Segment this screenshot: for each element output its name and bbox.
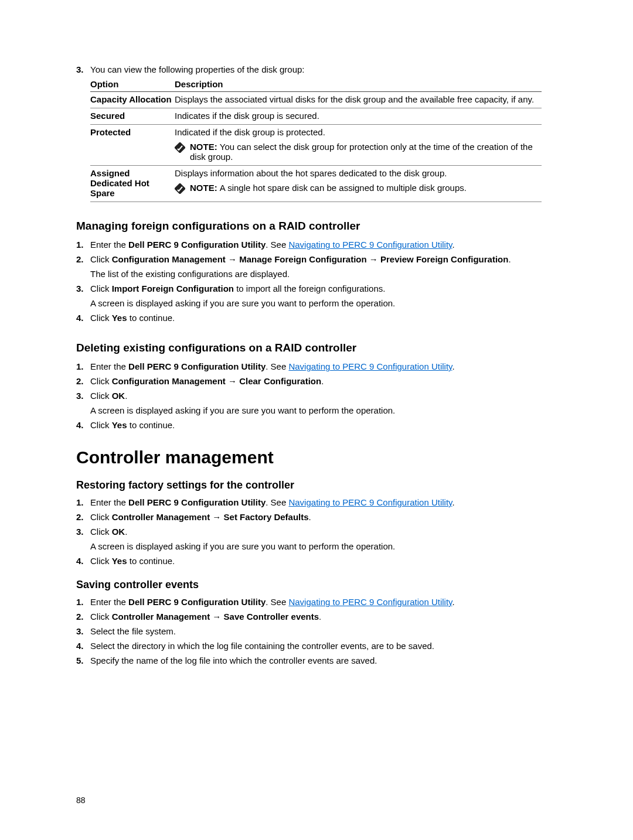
- step-number: 4.: [76, 419, 84, 431]
- t: .: [508, 254, 511, 264]
- t: Click: [90, 313, 112, 323]
- t: Yes: [112, 420, 127, 430]
- step-number: 3.: [76, 64, 84, 74]
- heading-saving-events: Saving controller events: [76, 579, 557, 591]
- t: →: [210, 612, 223, 622]
- steps-managing: 1.Enter the Dell PERC 9 Configuration Ut…: [76, 238, 557, 324]
- list-item: 3.Click OK. A screen is displayed asking…: [76, 390, 557, 416]
- list-item: 4.Click Yes to continue.: [76, 419, 557, 431]
- step-number: 1.: [76, 596, 84, 608]
- t: Enter the: [90, 240, 128, 250]
- link-navigating-perc9[interactable]: Navigating to PERC 9 Configuration Utili…: [288, 497, 452, 507]
- table-row: Protected Indicated if the disk group is…: [90, 125, 542, 166]
- page-number: 88: [76, 795, 86, 805]
- step-number: 2.: [76, 511, 84, 523]
- t: Set Factory Defaults: [224, 512, 309, 522]
- list-item: 2.Click Configuration Management → Clear…: [76, 375, 557, 387]
- hot-spare-desc-text: Displays information about the hot spare…: [175, 168, 447, 178]
- t: Preview Foreign Configuration: [380, 254, 508, 264]
- step-number: 1.: [76, 360, 84, 373]
- t: to import all the foreign configurations…: [234, 284, 385, 293]
- t: Dell PERC 9 Configuration Utility: [128, 497, 266, 507]
- t: . See: [266, 597, 288, 607]
- desc-protected: Indicated if the disk group is protected…: [175, 125, 542, 166]
- t: Configuration Management: [112, 376, 226, 386]
- note-icon: [175, 183, 185, 194]
- t: Click: [90, 284, 112, 293]
- option-secured: Secured: [90, 108, 175, 125]
- desc-dedicated-hot-spare: Displays information about the hot spare…: [175, 166, 542, 202]
- steps-deleting: 1.Enter the Dell PERC 9 Configuration Ut…: [76, 360, 557, 431]
- note-body: A single hot spare disk can be assigned …: [220, 183, 467, 193]
- step-number: 3.: [76, 525, 84, 538]
- t: OK: [112, 391, 125, 401]
- intro-step: 3. You can view the following properties…: [76, 64, 557, 202]
- list-item: 1.Enter the Dell PERC 9 Configuration Ut…: [76, 360, 557, 373]
- col-description: Description: [175, 77, 542, 92]
- t: Yes: [112, 313, 127, 323]
- t: Click: [90, 420, 112, 430]
- properties-table: Option Description Capacity Allocation D…: [90, 77, 542, 202]
- t: .: [125, 527, 127, 537]
- svg-marker-0: [175, 142, 185, 153]
- step-number: 4.: [76, 640, 84, 652]
- step-number: 3.: [76, 625, 84, 637]
- step-number: 3.: [76, 390, 84, 402]
- t: .: [321, 376, 324, 386]
- t: Click: [90, 391, 112, 401]
- table-row: Capacity Allocation Displays the associa…: [90, 92, 542, 108]
- t: .: [452, 361, 454, 371]
- note-prefix: NOTE:: [190, 142, 220, 152]
- t: Select the file system.: [90, 626, 176, 636]
- t: to continue.: [127, 313, 175, 323]
- t: Select the directory in which the log fi…: [90, 641, 434, 651]
- step-number: 2.: [76, 253, 84, 265]
- option-protected: Protected: [90, 125, 175, 166]
- note-text: NOTE: You can select the disk group for …: [190, 142, 539, 162]
- list-item: 4.Select the directory in which the log …: [76, 640, 557, 652]
- t: .: [452, 497, 454, 507]
- t: .: [452, 597, 454, 607]
- t: Save Controller events: [224, 612, 319, 622]
- t: .: [319, 612, 321, 622]
- step-number: 2.: [76, 375, 84, 387]
- t: . See: [266, 240, 288, 250]
- step-number: 4.: [76, 312, 84, 324]
- t: →: [367, 254, 380, 264]
- t: OK: [112, 527, 125, 537]
- t: Click: [90, 254, 112, 264]
- heading-managing-foreign: Managing foreign configurations on a RAI…: [76, 220, 557, 233]
- note-text: NOTE: A single hot spare disk can be ass…: [190, 183, 467, 193]
- list-item: 3.Select the file system.: [76, 625, 557, 637]
- desc-capacity-allocation: Displays the associated virtual disks fo…: [175, 92, 542, 108]
- list-item: 2.Click Configuration Management → Manag…: [76, 253, 557, 280]
- list-item: 4.Click Yes to continue.: [76, 555, 557, 567]
- step-text: You can view the following properties of…: [90, 64, 305, 74]
- note-prefix: NOTE:: [190, 183, 220, 193]
- t: Enter the: [90, 361, 128, 371]
- link-navigating-perc9[interactable]: Navigating to PERC 9 Configuration Utili…: [288, 597, 452, 607]
- t: Click: [90, 527, 112, 537]
- t: Enter the: [90, 597, 128, 607]
- list-item: 3.Click Import Foreign Configuration to …: [76, 282, 557, 309]
- t: Yes: [112, 556, 127, 566]
- t: Click: [90, 512, 112, 522]
- sub-text: The list of the existing configurations …: [90, 268, 557, 280]
- t: Enter the: [90, 497, 128, 507]
- note-body: You can select the disk group for protec…: [190, 142, 533, 162]
- t: . See: [266, 497, 288, 507]
- t: Click: [90, 612, 112, 622]
- list-item: 1.Enter the Dell PERC 9 Configuration Ut…: [76, 238, 557, 251]
- t: to continue.: [127, 556, 175, 566]
- link-navigating-perc9[interactable]: Navigating to PERC 9 Configuration Utili…: [288, 361, 452, 371]
- t: Configuration Management: [112, 254, 226, 264]
- heading-restoring-factory: Restoring factory settings for the contr…: [76, 479, 557, 491]
- t: . See: [266, 361, 288, 371]
- sub-text: A screen is displayed asking if you are …: [90, 540, 557, 552]
- step-number: 4.: [76, 555, 84, 567]
- t: Manage Foreign Configuration: [239, 254, 367, 264]
- list-item: 3.Click OK. A screen is displayed asking…: [76, 525, 557, 552]
- t: Dell PERC 9 Configuration Utility: [128, 361, 266, 371]
- list-item: 1.Enter the Dell PERC 9 Configuration Ut…: [76, 596, 557, 608]
- link-navigating-perc9[interactable]: Navigating to PERC 9 Configuration Utili…: [288, 240, 452, 250]
